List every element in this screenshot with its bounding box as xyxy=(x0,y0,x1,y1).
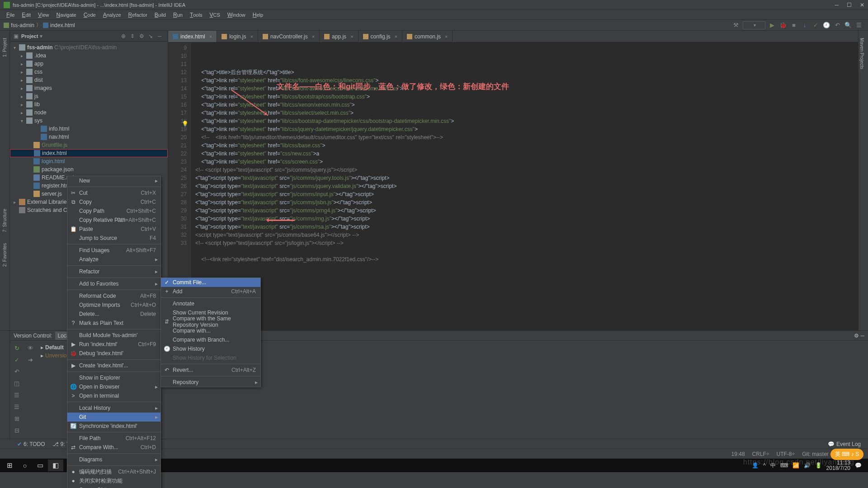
hide-icon[interactable]: ↘ xyxy=(147,33,154,40)
cortana-icon[interactable]: ○ xyxy=(17,460,33,471)
debug-icon[interactable]: 🐞 xyxy=(779,21,787,29)
menuitem-git[interactable]: Git▸ xyxy=(67,413,160,422)
tab-navController.js[interactable]: navController.js× xyxy=(258,31,320,42)
menuitem-copy[interactable]: ⧉CopyCtrl+C xyxy=(67,197,160,206)
tab-common.js[interactable]: common.js× xyxy=(402,31,453,42)
menuitem-copy-relative-path[interactable]: Copy Relative PathCtrl+Alt+Shift+C xyxy=(67,216,160,225)
menuitem-synchronize-index-html-[interactable]: 🔄Synchronize 'index.html' xyxy=(67,422,160,431)
menuitem-paste[interactable]: 📋PasteCtrl+V xyxy=(67,225,160,234)
menuitem-file-path[interactable]: File PathCtrl+Alt+F12 xyxy=(67,434,160,443)
task-view-icon[interactable]: ▭ xyxy=(33,460,48,471)
settings-icon[interactable]: ☰ xyxy=(855,21,863,29)
context-menu-main[interactable]: New▸✂CutCtrl+X⧉CopyCtrl+CCopy PathCtrl+S… xyxy=(67,176,161,488)
folder-node[interactable]: ▸node xyxy=(10,108,168,117)
vc-commit-icon[interactable]: ✓ xyxy=(13,356,20,363)
menuitem-new[interactable]: New▸ xyxy=(67,176,160,185)
menuitem-mark-as-plain-text[interactable]: ?Mark as Plain Text xyxy=(67,319,160,328)
menuitem-show-history[interactable]: 🕘Show History xyxy=(161,344,260,353)
menuitem-cut[interactable]: ✂CutCtrl+X xyxy=(67,188,160,197)
menu-analyze[interactable]: Analyze xyxy=(99,11,125,19)
search-icon[interactable]: 🔍 xyxy=(844,21,852,29)
vc-hide-icon[interactable]: ─ xyxy=(860,333,864,339)
todo-tab[interactable]: ✔6: TODO xyxy=(14,440,49,448)
menuitem-diagrams[interactable]: Diagrams▸ xyxy=(67,455,160,464)
menuitem-create-index-html-[interactable]: ▶Create 'index.html'... xyxy=(67,361,160,370)
intellij-taskbar-icon[interactable]: ◧ xyxy=(48,460,63,471)
menuitem-show-in-explorer[interactable]: Show in Explorer xyxy=(67,373,160,382)
menuitem-analyze[interactable]: Analyze▸ xyxy=(67,255,160,264)
menu-navigate[interactable]: Navigate xyxy=(53,11,80,19)
context-menu-git[interactable]: ✓Commit File...+AddCtrl+Alt+AAnnotateSho… xyxy=(160,277,261,387)
vc-settings-icon[interactable]: ⚙ xyxy=(854,333,859,339)
intention-bulb-icon[interactable]: 💡 xyxy=(182,120,189,128)
sys-folder[interactable]: sys xyxy=(34,117,42,124)
menuitem-run-index-html-[interactable]: ▶Run 'index.html'Ctrl+F9 xyxy=(67,340,160,349)
menuitem-copy-path[interactable]: Copy PathCtrl+Shift+C xyxy=(67,206,160,216)
stop-icon[interactable]: ■ xyxy=(790,21,798,29)
menu-view[interactable]: View xyxy=(34,11,53,19)
start-button[interactable]: ⊞ xyxy=(2,460,17,471)
menu-file[interactable]: File xyxy=(3,11,18,19)
root-node[interactable]: fss-admin xyxy=(27,44,53,51)
menuitem-compare-with-[interactable]: ⇄Compare With...Ctrl+D xyxy=(67,443,160,452)
vc-group-icon[interactable]: ⊞ xyxy=(13,415,20,422)
folder-images[interactable]: ▸images xyxy=(10,84,168,92)
menuitem--[interactable]: ●编码规约扫描Ctrl+Alt+Shift+J xyxy=(67,467,160,476)
menuitem-open-in-terminal[interactable]: >Open in terminal xyxy=(67,391,160,400)
folder-lib[interactable]: ▸lib xyxy=(10,100,168,108)
gear-icon[interactable]: ⚙ xyxy=(138,33,145,40)
folder-.idea[interactable]: ▸.idea xyxy=(10,52,168,60)
selected-file-row[interactable]: index.html xyxy=(10,149,168,157)
menu-run[interactable]: Run xyxy=(170,11,186,19)
event-log-tab[interactable]: 💬Event Log xyxy=(824,440,864,448)
close-button[interactable]: ✕ xyxy=(860,2,864,8)
folder-css[interactable]: ▸css xyxy=(10,68,168,76)
project-toolwindow-tab[interactable]: 1: Project xyxy=(1,34,8,61)
menuitem-optimize-imports[interactable]: Optimize ImportsCtrl+Alt+O xyxy=(67,300,160,310)
menuitem-compare-with-the-same-repository-version[interactable]: ⇵Compare with the Same Repository Versio… xyxy=(161,317,260,326)
vc-refresh-icon[interactable]: ↻ xyxy=(13,344,20,352)
folder-dist[interactable]: ▸dist xyxy=(10,76,168,84)
menu-help[interactable]: Help xyxy=(249,11,267,19)
folder-js[interactable]: ▸js xyxy=(10,92,168,100)
tab-config.js[interactable]: config.js× xyxy=(359,31,402,42)
run-config-dropdown[interactable]: ▾ xyxy=(743,21,765,29)
menuitem-compare-with-[interactable]: Compare with... xyxy=(161,326,260,335)
menuitem-repository[interactable]: Repository▸ xyxy=(161,378,260,387)
menuitem-build-module-fss-admin-[interactable]: Build Module 'fss-admin' xyxy=(67,331,160,340)
collapse-all-icon[interactable]: ⇕ xyxy=(129,33,136,40)
menuitem-open-in-browser[interactable]: 🌐Open in Browser▸ xyxy=(67,382,160,391)
status-encoding[interactable]: UTF-8÷ xyxy=(773,451,799,457)
menuitem-create-gist-[interactable]: ●Create Gist... xyxy=(67,485,160,488)
breadcrumb[interactable]: fss-admin〉 index.html xyxy=(4,22,75,28)
ime-indicator[interactable]: 英 ⌨ ♪ S xyxy=(830,449,863,460)
menuitem-revert-[interactable]: ↶Revert...Ctrl+Alt+Z xyxy=(161,366,260,375)
menu-vcs[interactable]: VCS xyxy=(206,11,223,19)
file-login.html[interactable]: login.html xyxy=(10,157,168,165)
menuitem-debug-index-html-[interactable]: 🐞Debug 'index.html' xyxy=(67,349,160,358)
favorites-toolwindow-tab[interactable]: 2: Favorites xyxy=(1,239,8,270)
menuitem-reformat-code[interactable]: Reformat CodeAlt+F8 xyxy=(67,291,160,300)
vc-changelist-icon[interactable]: ☰ xyxy=(13,391,20,399)
menu-edit[interactable]: Edit xyxy=(18,11,34,19)
vcs-history-icon[interactable]: 🕘 xyxy=(822,21,830,29)
menuitem-add-to-favorites[interactable]: Add to Favorites▸ xyxy=(67,279,160,288)
vcs-revert-icon[interactable]: ↶ xyxy=(833,21,841,29)
external-libs[interactable]: External Libraries xyxy=(27,199,69,205)
tab-app.js[interactable]: app.js× xyxy=(320,31,358,42)
file-nav.html[interactable]: nav.html xyxy=(10,133,168,141)
menu-tools[interactable]: Tools xyxy=(186,11,206,19)
menuitem-annotate[interactable]: Annotate xyxy=(161,299,260,308)
menu-code[interactable]: Code xyxy=(80,11,99,19)
menuitem-delete-[interactable]: Delete...Delete xyxy=(67,310,160,319)
menuitem-commit-file-[interactable]: ✓Commit File... xyxy=(161,278,260,287)
vc-expand-icon[interactable]: ⊟ xyxy=(13,427,20,434)
menuitem--[interactable]: ●关闭实时检测功能 xyxy=(67,476,160,485)
locate-icon[interactable]: ⊕ xyxy=(120,33,127,40)
vc-shelve-icon[interactable]: ☰ xyxy=(13,403,20,410)
minimize-button[interactable]: ─ xyxy=(835,2,839,8)
structure-toolwindow-tab[interactable]: 7: Structure xyxy=(1,205,8,236)
maximize-button[interactable]: ☐ xyxy=(847,2,852,8)
maven-tab[interactable]: Maven Projects xyxy=(859,34,865,73)
menuitem-add[interactable]: +AddCtrl+Alt+A xyxy=(161,287,260,296)
